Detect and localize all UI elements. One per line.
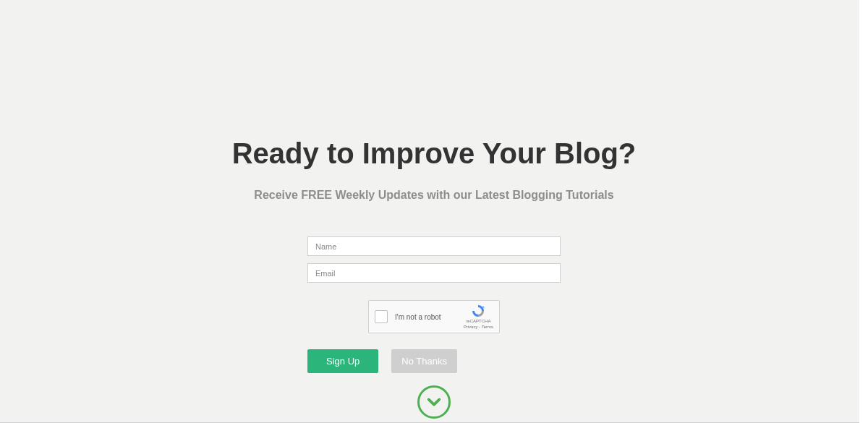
email-input[interactable] [307, 263, 561, 283]
chevron-down-icon [426, 394, 442, 410]
page-heading: Ready to Improve Your Blog? [232, 137, 637, 170]
recaptcha-checkbox[interactable] [375, 310, 388, 323]
signup-modal: Ready to Improve Your Blog? Receive FREE… [0, 0, 868, 423]
button-row: Sign Up No Thanks [307, 349, 561, 373]
signup-form: I'm not a robot reCAPTCHA Privacy - Term… [307, 236, 561, 373]
recaptcha-label: I'm not a robot [395, 313, 464, 321]
right-edge [859, 0, 868, 423]
recaptcha-links: Privacy - Terms [464, 325, 493, 330]
scroll-down-button[interactable] [417, 385, 451, 419]
nothanks-button[interactable]: No Thanks [391, 349, 457, 373]
recaptcha-brand: reCAPTCHA [466, 319, 490, 324]
page-subheading: Receive FREE Weekly Updates with our Lat… [254, 189, 613, 202]
signup-button[interactable]: Sign Up [307, 349, 378, 373]
recaptcha-icon [471, 304, 485, 318]
name-input[interactable] [307, 236, 561, 256]
recaptcha-widget: I'm not a robot reCAPTCHA Privacy - Term… [368, 300, 500, 333]
recaptcha-badge: reCAPTCHA Privacy - Terms [464, 304, 493, 329]
svg-marker-0 [483, 306, 485, 308]
